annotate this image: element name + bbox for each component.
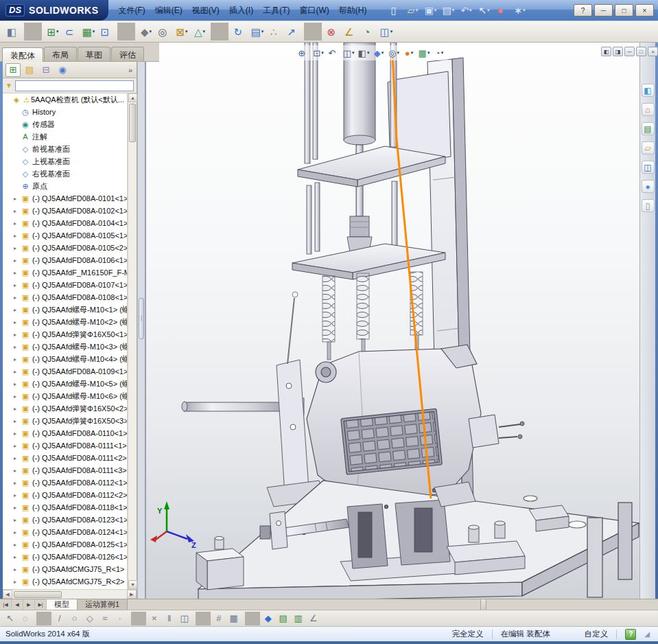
expander-icon[interactable]: ▸ <box>14 208 21 214</box>
performance-evaluation-button[interactable]: ◔ ▾ <box>360 23 377 41</box>
scroll-thumb[interactable] <box>129 104 136 142</box>
menu-view[interactable]: 视图(V) <box>187 2 224 19</box>
view-palette-icon[interactable]: ◫ <box>642 161 655 174</box>
tree-history[interactable]: ▸ ◷ ⚠ History <box>3 106 127 118</box>
expander-icon[interactable]: ▸ <box>14 282 21 288</box>
panel-splitter[interactable]: ⁞ <box>137 43 145 599</box>
dimxpertmanager-tab[interactable]: ◉ <box>55 63 70 77</box>
smart-fasteners-button[interactable]: ⊡ ▾ <box>97 23 115 41</box>
tree-root-assembly[interactable]: ▸ ◈ ⚠ 5AAQA检查机 (默认<默认... <box>3 93 127 106</box>
model-springs[interactable] <box>322 272 423 360</box>
tree-component[interactable]: ▸ ▣ ⚠ (-) QJ5AAfdFD08A-0101<1> <box>3 192 127 205</box>
expander-icon[interactable]: ▸ <box>14 443 21 449</box>
move-component-button[interactable]: ◆ ▾ <box>137 23 155 41</box>
expander-icon[interactable]: ▸ <box>14 233 21 239</box>
splitter-grip-icon[interactable]: ⁞ <box>139 298 144 339</box>
tree-component[interactable]: ▸ ▣ ⚠ (-) QJ5AAfdFD08A-0106<1> <box>3 254 127 266</box>
tree-annotations[interactable]: ▸ A ⚠ 注解 <box>3 130 127 143</box>
section-properties-button[interactable]: ◫ ▾ <box>377 23 395 41</box>
apply-scene-button[interactable]: ▦ ▾ <box>417 46 431 60</box>
design-library-icon[interactable]: ▤ <box>642 122 655 135</box>
file-explorer-icon[interactable]: ▱ <box>642 141 655 154</box>
expander-icon[interactable]: ▸ <box>14 344 21 350</box>
reference-geometry-button[interactable]: △ ▾ <box>191 23 209 41</box>
custom-status-label[interactable]: 自定义 <box>585 629 609 639</box>
last-tab-button[interactable]: ▶| <box>35 599 47 610</box>
edit-appearance-button[interactable]: ● ▾ <box>402 46 416 60</box>
expander-icon[interactable]: ▸ <box>14 295 21 301</box>
pane-left-button[interactable]: ◧ <box>601 47 611 56</box>
show-hidden-components-button[interactable]: ◎ ▾ <box>155 23 173 41</box>
linear-component-pattern-button[interactable]: ▦ ▾ <box>80 23 97 41</box>
minimize-button[interactable]: ─ <box>594 4 613 16</box>
exploded-view-button[interactable]: ∴ ▾ <box>266 23 284 41</box>
expander-icon[interactable]: ▸ <box>14 430 21 437</box>
tree-component[interactable]: ▸ ▣ ⚠ (-) QJ5AAfdFD08A-0107<1> <box>3 279 127 291</box>
bill-of-materials-button[interactable]: ▤ ▾ <box>248 23 266 41</box>
options-button[interactable]: ∗ ▾ <box>512 3 528 18</box>
section-view-button[interactable]: ◫ ▾ <box>342 46 355 60</box>
expander-icon[interactable]: ▸ <box>14 196 21 202</box>
tree-component[interactable]: ▸ ▣ ⚠ (-) QJ5AAfdFD08A-0123<1> <box>3 514 127 526</box>
menu-edit[interactable]: 编辑(E) <box>150 2 187 19</box>
tree-component[interactable]: ▸ ▣ ⚠ (-) QJ5AAfd弹簧Φ16X50<1> <box>3 328 127 341</box>
tab-sketch[interactable]: 草图 <box>78 47 110 61</box>
scroll-down-icon[interactable]: ▼ <box>128 580 137 589</box>
tree-vertical-scrollbar[interactable]: ▲ ▼ <box>128 93 137 589</box>
hide-show-items-button[interactable]: ◎ ▾ <box>387 46 401 60</box>
pane-right-button[interactable]: ◨ <box>613 47 623 56</box>
tree-component[interactable]: ▸ ▣ ⚠ (-) QJ5AAfd螺母-M10<2> (螺 <box>3 316 127 328</box>
tree-component[interactable]: ▸ ▣ ⚠ (-) QJ5AAfdFD08A-0104<1> <box>3 217 127 229</box>
first-tab-button[interactable]: |◀ <box>0 599 12 610</box>
tree-component[interactable]: ▸ ▣ ⚠ (-) QJ5AAfd螺母-M10<1> (螺 <box>3 303 127 316</box>
edit-component-button[interactable]: ◧ ▾ <box>4 23 22 41</box>
select-tool[interactable]: ↖ ▾ <box>4 612 19 625</box>
interference-detection-button[interactable]: ⊗ ▾ <box>324 23 342 41</box>
zoom-to-area-button[interactable]: ⊡ ▾ <box>312 46 325 60</box>
doc-minimize-button[interactable]: ─ <box>624 47 635 56</box>
tab-evaluate[interactable]: 评估 <box>111 47 144 61</box>
maximize-button[interactable]: □ <box>615 4 633 16</box>
scroll-up-icon[interactable]: ▲ <box>128 93 137 102</box>
tree-component[interactable]: ▸ ▣ ⚠ (-) QJ5AAfdFD08A-0105<2> <box>3 242 127 254</box>
tree-component[interactable]: ▸ ▣ ⚠ (-) QJ5AAfdFD08A-0124<1> <box>3 526 127 538</box>
tree-component[interactable]: ▸ ▣ ⚠ (-) QJ5AAfdCMGJ75_R<1> (默 <box>3 563 127 575</box>
tree-top-plane[interactable]: ▸ ◇ ⚠ 上视基准面 <box>3 155 127 168</box>
circle-tool[interactable]: ○ ▾ <box>69 612 84 625</box>
tree-component[interactable]: ▸ ▣ ⚠ (-) QJ5AAfd螺母-M10<4> (螺 <box>3 353 127 365</box>
tree-sensors[interactable]: ▸ ◉ ⚠ 传感器 <box>3 118 127 130</box>
expander-icon[interactable]: ▸ <box>14 468 21 474</box>
expander-icon[interactable]: ▸ <box>14 332 21 338</box>
propertymanager-tab[interactable]: ▤ <box>22 63 37 77</box>
insert-components-button[interactable]: ⊞ ▾ <box>44 23 62 41</box>
explode-line-sketch-button[interactable]: ↗ ▾ <box>284 23 302 41</box>
expander-icon[interactable]: ▸ <box>14 505 21 511</box>
tree-component[interactable]: ▸ ▣ ⚠ (-) QJ5AAfd弹簧Φ16X50<2> <box>3 402 127 415</box>
tree-component[interactable]: ▸ ▣ ⚠ (-) QJ5AAfdFD08A-0111<1> <box>3 439 127 452</box>
panel-overflow-chevron[interactable]: » <box>128 66 134 74</box>
tree-front-plane[interactable]: ▸ ◇ ⚠ 前视基准面 <box>3 143 127 155</box>
expander-icon[interactable]: ▸ <box>14 245 21 251</box>
new-motion-study-button[interactable]: ↻ ▾ <box>231 23 248 41</box>
appearances-icon[interactable]: ● <box>642 180 655 193</box>
expander-icon[interactable]: ▸ <box>14 356 21 363</box>
next-tab-button[interactable]: ▶ <box>23 599 35 610</box>
tree-horizontal-scrollbar[interactable]: ◀ ▶ <box>3 589 137 599</box>
zoom-to-fit-button[interactable]: ⊕ ▾ <box>296 46 310 60</box>
menu-insert[interactable]: 插入(I) <box>224 2 258 19</box>
menu-window[interactable]: 窗口(W) <box>295 2 334 19</box>
tree-component[interactable]: ▸ ▣ ⚠ (-) QJ5AAfdFD08A-0108<1> <box>3 291 127 303</box>
expander-icon[interactable]: ▸ <box>14 418 21 424</box>
custom-properties-icon[interactable]: ▯ <box>642 199 655 212</box>
menu-tools[interactable]: 工具(T) <box>258 2 294 19</box>
assembly-features-button[interactable]: ⊠ ▾ <box>173 23 191 41</box>
scroll-right-icon[interactable]: ▶ <box>127 590 137 599</box>
expander-icon[interactable]: ▸ <box>14 393 21 400</box>
tree-component[interactable]: ▸ ▣ ⚠ (-) QJ5AAfd螺母-M10<5> (螺 <box>3 378 127 390</box>
expander-icon[interactable]: ▸ <box>14 307 21 313</box>
new-document-button[interactable]: ▯ ▾ <box>387 3 403 18</box>
tree-component[interactable]: ▸ ▣ ⚠ (-) QJ5AAfdFD08A-0125<1> <box>3 538 127 551</box>
configurationmanager-tab[interactable]: ⊟ <box>38 63 54 77</box>
lasso-select-tool[interactable]: ◌ ▾ <box>19 612 34 625</box>
solidworks-resources-icon[interactable]: ◧ <box>642 84 655 97</box>
